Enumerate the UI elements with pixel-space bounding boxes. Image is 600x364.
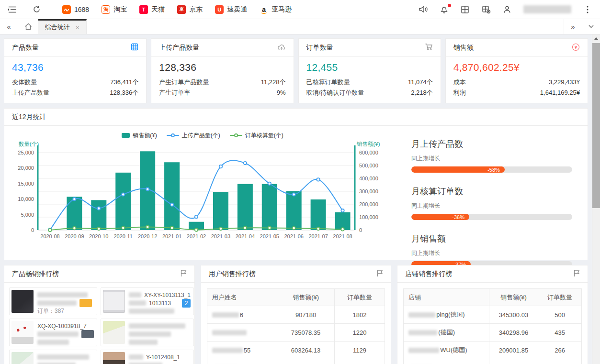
tabs-scroll-right-button[interactable]: » <box>564 19 582 34</box>
tabs-menu-button[interactable] <box>582 19 600 34</box>
platform-taobao[interactable]: 淘 淘宝 <box>102 5 127 14</box>
product-image <box>103 321 125 344</box>
chart-body: 销售额(¥) 上传产品量(个) 订单核算量(个) 25,00020,00015,… <box>4 126 588 261</box>
jd-icon: 京 <box>177 5 186 14</box>
rank-badge <box>81 330 94 338</box>
table-row: n(日本) 199265.69 840 <box>404 359 582 364</box>
grid-windows-icon[interactable] <box>460 5 470 14</box>
product-grid: 订单：387 XY-XY-1013113_1 10131132 XQ-XQ-10… <box>4 283 194 364</box>
col-shop: 店铺 <box>404 289 489 306</box>
platform-amazon[interactable]: a 亚马逊 <box>260 5 292 14</box>
product-card[interactable]: 订单：387 <box>9 287 97 315</box>
platform-aliexpress[interactable]: U 速卖通 <box>215 5 247 14</box>
toolbar-right <box>418 5 592 14</box>
legend-uploaded[interactable]: 上传产品量(个) <box>167 132 220 140</box>
legend-line-swatch <box>230 133 242 138</box>
product-image <box>11 352 34 364</box>
svg-text:销售额(¥): 销售额(¥) <box>356 141 380 147</box>
orders-cell: 1802 <box>334 306 385 324</box>
rank-badge <box>79 299 92 307</box>
tab-close-icon[interactable]: × <box>76 24 79 31</box>
tab-comprehensive-stats[interactable]: 综合统计 × <box>38 19 87 34</box>
sales-cell: 199265.69 <box>489 359 538 364</box>
svg-text:2020-11: 2020-11 <box>113 233 133 239</box>
legend-settled-orders[interactable]: 订单核算量(个) <box>230 132 283 140</box>
platform-tmall[interactable]: T 天猫 <box>139 5 165 14</box>
product-sku: XQ-XQ-1003918_7 <box>37 323 87 330</box>
sales-cell: 345300.03 <box>489 306 538 324</box>
announcement-icon[interactable] <box>418 5 428 14</box>
yen-circle-icon: ¥ <box>572 43 580 53</box>
svg-text:2021-07: 2021-07 <box>308 233 328 239</box>
card-order-count: 订单数量 12,455 已核算订单数量11,074个 取消/待确认订单数量2,2… <box>298 38 441 103</box>
svg-text:2021-02: 2021-02 <box>187 233 206 239</box>
card-product-count: 产品数量 43,736 变体数量736,411个 上传产品数量128,336个 <box>4 38 147 103</box>
table-row: WU(德国) 209001.85 266 <box>404 342 582 359</box>
product-card[interactable]: Y-1012408_1 <box>101 350 194 364</box>
svg-text:2020-12: 2020-12 <box>138 233 157 239</box>
legend-sales[interactable]: 销售额(¥) <box>122 132 157 140</box>
svg-text:15,000: 15,000 <box>18 181 34 187</box>
growth-subtitle: 同上期增长 <box>411 202 572 210</box>
notification-badge-dot <box>448 4 451 7</box>
product-sku: Y-1012408_1 <box>146 354 180 361</box>
more-kebab-icon[interactable] <box>583 5 592 14</box>
collapse-menu-icon[interactable] <box>8 5 17 14</box>
svg-text:25,000: 25,000 <box>18 150 34 155</box>
sales-cell: 907180 <box>277 306 334 324</box>
product-image <box>11 321 34 344</box>
grid-table-icon <box>131 43 138 52</box>
masked-shop: WU(德国) <box>440 346 467 354</box>
platform-label: 天猫 <box>151 5 165 14</box>
masked-shop: ping(德国) <box>436 310 464 319</box>
tabs-scroll-left-button[interactable]: « <box>0 19 18 34</box>
panel-title: 用户销售排行榜 <box>209 270 256 278</box>
user-icon[interactable] <box>502 5 512 14</box>
refresh-icon[interactable] <box>32 5 41 14</box>
product-image <box>11 290 34 313</box>
apps-widget-icon[interactable] <box>481 5 491 14</box>
table-header-row: 店铺 销售额(¥) 订单数量 <box>404 289 582 306</box>
card-row: 成本3,229,433¥ <box>453 77 580 88</box>
platform-label: 亚马逊 <box>272 5 292 14</box>
platform-1688[interactable]: 1688 <box>62 5 89 14</box>
orders-cell: 1129 <box>334 342 385 359</box>
scroll-up-arrow[interactable] <box>592 34 600 42</box>
cart-icon <box>425 43 433 52</box>
scrollbar-thumb[interactable] <box>592 43 600 208</box>
product-card[interactable]: XY-XY-1013113_1 10131132 <box>101 287 194 315</box>
platform-jd[interactable]: 京 京东 <box>177 5 203 14</box>
product-card[interactable]: XQ-XQ-1003918_7 <box>9 319 97 346</box>
table-row: 55 603264.13 1129 <box>207 342 385 359</box>
user-ranking-table: 用户姓名 销售额(¥) 订单数量 6 907180 1802 735078.35… <box>207 288 385 364</box>
card-title: 产品数量 <box>12 44 39 52</box>
home-tab-button[interactable] <box>18 19 38 34</box>
svg-text:2021-06: 2021-06 <box>284 233 304 239</box>
flag-icon <box>180 270 187 278</box>
aliexpress-icon: U <box>215 5 224 14</box>
sales-cell: 340298.96 <box>489 324 538 342</box>
masked-name: 6 <box>240 311 243 319</box>
card-row: 产生订单产品数量11,228个 <box>159 77 285 88</box>
bestsellers-panel: 产品畅销排行榜 订单：387 XY-XY-1013113_1 10131132 <box>4 265 195 364</box>
flag-icon <box>573 270 580 278</box>
product-card[interactable] <box>9 350 97 364</box>
product-card[interactable] <box>101 319 194 346</box>
svg-text:300,000: 300,000 <box>359 188 378 194</box>
panel-title: 店铺销售排行榜 <box>405 270 452 278</box>
username-masked[interactable] <box>523 5 571 13</box>
table-row: 6 907180 1802 <box>207 306 385 324</box>
product-id: 1013113 <box>149 300 171 307</box>
orders-cell: 435 <box>538 324 582 342</box>
svg-text:500,000: 500,000 <box>359 163 378 168</box>
table-header-row: 用户姓名 销售额(¥) 订单数量 <box>207 289 385 306</box>
vertical-scrollbar[interactable] <box>592 34 600 364</box>
svg-text:2020-10: 2020-10 <box>89 233 108 239</box>
svg-text:¥: ¥ <box>575 45 577 50</box>
shop-ranking-panel: 店铺销售排行榜 店铺 销售额(¥) 订单数量 ping(德国) 345300.0… <box>397 265 588 364</box>
shop-ranking-table: 店铺 销售额(¥) 订单数量 ping(德国) 345300.03 500 (德… <box>403 288 582 364</box>
col-orders: 订单数量 <box>538 289 582 306</box>
chart-area: 销售额(¥) 上传产品量(个) 订单核算量(个) 25,00020,00015,… <box>8 130 397 261</box>
notifications-bell-icon[interactable] <box>439 5 449 14</box>
card-main-value: 12,455 <box>306 62 433 73</box>
